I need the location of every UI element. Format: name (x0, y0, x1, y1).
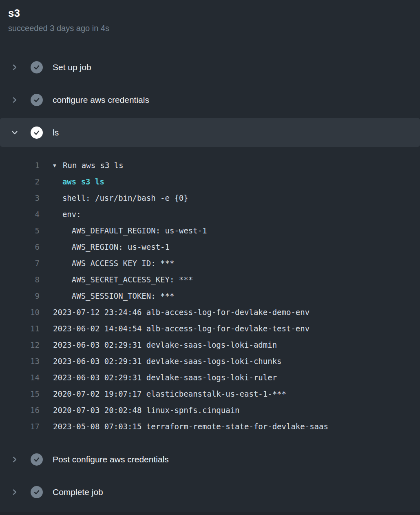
chevron-down-icon (11, 129, 18, 136)
job-header: s3 succeeded 3 days ago in 4s (0, 0, 420, 45)
log-line: 12 2023-06-03 02:29:31 devlake-saas-logs… (0, 337, 420, 353)
step-label: ls (53, 128, 59, 138)
log-line-text: 2023-06-02 14:04:54 alb-access-log-for-d… (53, 324, 309, 333)
log-line-number[interactable]: 12 (0, 340, 40, 349)
log-line-text: 2023-07-12 23:24:46 alb-access-log-for-d… (53, 308, 309, 317)
log-line-text: aws s3 ls (53, 177, 104, 186)
log-line: 1 ▼ Run aws s3 ls (0, 157, 420, 173)
log-line-text: Run aws s3 ls (63, 161, 124, 170)
job-status-summary: succeeded 3 days ago in 4s (8, 24, 412, 33)
log-line-text: shell: /usr/bin/bash -e {0} (53, 193, 188, 202)
log-line: 8 AWS_SECRET_ACCESS_KEY: *** (0, 271, 420, 288)
success-check-icon (31, 453, 43, 466)
log-line-number[interactable]: 9 (0, 291, 40, 300)
chevron-right-icon (11, 96, 18, 104)
chevron-right-icon (11, 488, 18, 496)
log-line-number[interactable]: 14 (0, 373, 40, 382)
success-check-icon (31, 127, 43, 139)
log-line-text: 2023-06-03 02:29:31 devlake-saas-logs-lo… (53, 373, 277, 382)
step-label: Complete job (53, 487, 103, 497)
log-line-number[interactable]: 11 (0, 324, 40, 333)
step-row-post-configure-aws-credentials[interactable]: Post configure aws credentials (0, 443, 420, 476)
log-line-text: 2023-06-03 02:29:31 devlake-saas-logs-lo… (53, 357, 282, 366)
log-line-text: 2020-07-02 19:07:17 elasticbeanstalk-us-… (53, 389, 286, 398)
log-line-number[interactable]: 17 (0, 422, 40, 431)
log-line-text: AWS_DEFAULT_REGION: us-west-1 (53, 226, 207, 235)
job-title: s3 (8, 7, 412, 20)
log-line: 17 2023-05-08 07:03:15 terraform-remote-… (0, 418, 420, 435)
log-line: 14 2023-06-03 02:29:31 devlake-saas-logs… (0, 369, 420, 386)
log-line-number[interactable]: 6 (0, 242, 40, 251)
success-check-icon (31, 61, 43, 73)
log-line-text: 2020-07-03 20:02:48 linux-spnfs.cinquain (53, 406, 240, 415)
log-line-number[interactable]: 16 (0, 406, 40, 415)
log-line-number[interactable]: 10 (0, 308, 40, 317)
log-line-number[interactable]: 8 (0, 275, 40, 284)
step-row-set-up-job[interactable]: Set up job (0, 51, 420, 84)
log-line: 16 2020-07-03 20:02:48 linux-spnfs.cinqu… (0, 402, 420, 418)
log-line: 4 env: (0, 206, 420, 222)
step-row-complete-job[interactable]: Complete job (0, 476, 420, 508)
step-label: Set up job (53, 62, 91, 72)
step-row-ls[interactable]: ls (0, 118, 420, 147)
log-line-number[interactable]: 3 (0, 193, 40, 202)
step-label: configure aws credentials (53, 95, 149, 105)
log-line: 2 aws s3 ls (0, 173, 420, 190)
log-line-number[interactable]: 7 (0, 259, 40, 268)
log-line-text: AWS_SESSION_TOKEN: *** (53, 291, 174, 300)
log-line-text: AWS_REGION: us-west-1 (53, 242, 170, 251)
log-line-text: 2023-05-08 07:03:15 terraform-remote-sta… (53, 422, 328, 431)
step-label: Post configure aws credentials (53, 455, 169, 464)
log-line-number[interactable]: 13 (0, 357, 40, 366)
log-line: 13 2023-06-03 02:29:31 devlake-saas-logs… (0, 353, 420, 369)
log-line-number[interactable]: 15 (0, 389, 40, 398)
success-check-icon (31, 486, 43, 498)
step-row-configure-aws-credentials[interactable]: configure aws credentials (0, 84, 420, 116)
log-line-text: AWS_ACCESS_KEY_ID: *** (53, 259, 174, 268)
log-line-number[interactable]: 2 (0, 177, 40, 186)
log-line-number[interactable]: 1 (0, 161, 40, 170)
chevron-right-icon (11, 64, 18, 71)
log-line: 15 2020-07-02 19:07:17 elasticbeanstalk-… (0, 386, 420, 402)
log-line: 10 2023-07-12 23:24:46 alb-access-log-fo… (0, 304, 420, 320)
log-line-text: env: (53, 210, 81, 219)
log-line: 11 2023-06-02 14:04:54 alb-access-log-fo… (0, 320, 420, 337)
log-line-number[interactable]: 5 (0, 226, 40, 235)
log-line: 9 AWS_SESSION_TOKEN: *** (0, 288, 420, 304)
log-line-text: 2023-06-03 02:29:31 devlake-saas-logs-lo… (53, 340, 277, 349)
log-group-collapse-icon[interactable]: ▼ (53, 162, 63, 169)
log-line: 5 AWS_DEFAULT_REGION: us-west-1 (0, 222, 420, 239)
log-line: 6 AWS_REGION: us-west-1 (0, 239, 420, 255)
steps-list: Set up job configure aws credentials ls … (0, 45, 420, 508)
log-line-number[interactable]: 4 (0, 210, 40, 219)
success-check-icon (31, 94, 43, 106)
bottom-edge (0, 512, 420, 515)
log-line: 3 shell: /usr/bin/bash -e {0} (0, 190, 420, 206)
log-line-text: AWS_SECRET_ACCESS_KEY: *** (53, 275, 193, 284)
step-log-output: 1 ▼ Run aws s3 ls 2 aws s3 ls 3 shell: /… (0, 147, 420, 443)
log-line: 7 AWS_ACCESS_KEY_ID: *** (0, 255, 420, 271)
chevron-right-icon (11, 456, 18, 463)
